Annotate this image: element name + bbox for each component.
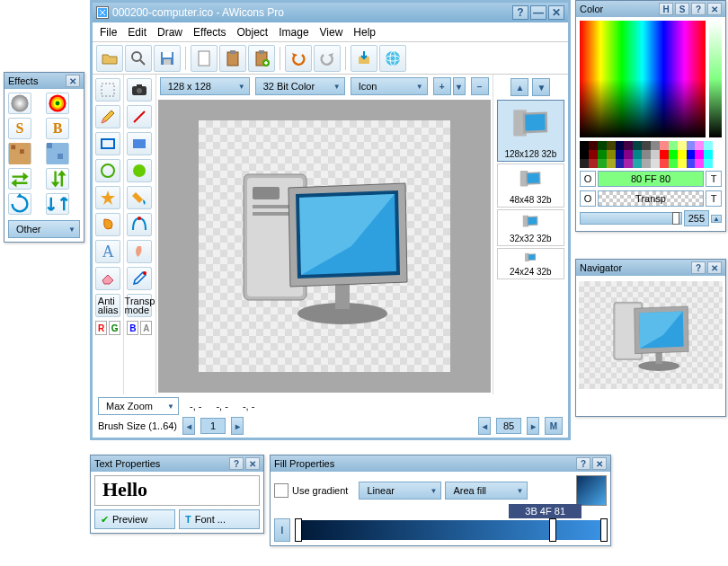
swatch-grid[interactable]: [580, 141, 722, 168]
alpha-value[interactable]: 255: [684, 210, 709, 226]
type-combo[interactable]: Icon: [351, 77, 428, 95]
fill-tool[interactable]: [127, 186, 152, 209]
help-button[interactable]: ?: [512, 5, 528, 20]
color-picker[interactable]: [580, 21, 706, 137]
fg-color[interactable]: 80 FF 80: [598, 171, 704, 187]
close-button[interactable]: ✕: [548, 5, 564, 20]
format-32[interactable]: 32x32 32b: [497, 209, 564, 246]
zoom-button[interactable]: [125, 45, 152, 72]
color-help-button[interactable]: ?: [691, 3, 706, 15]
hscroll-m[interactable]: M: [545, 417, 563, 435]
textprops-help-button[interactable]: ?: [229, 457, 244, 470]
ellipse-fill-tool[interactable]: [127, 159, 152, 182]
size-combo[interactable]: 128 x 128: [160, 77, 250, 95]
textprops-close-button[interactable]: ✕: [245, 457, 260, 470]
effect-swap-h-icon[interactable]: [8, 168, 31, 190]
format-128[interactable]: 128x128 32b: [497, 100, 564, 162]
web-button[interactable]: [379, 45, 406, 72]
menu-help[interactable]: Help: [353, 26, 376, 39]
format-24[interactable]: 24x24 32b: [497, 248, 564, 279]
undo-button[interactable]: [285, 45, 312, 72]
format-down-button[interactable]: ▼: [532, 78, 550, 96]
effect-pattern2-icon[interactable]: [46, 143, 69, 164]
paste-new-button[interactable]: [248, 45, 275, 72]
select-tool[interactable]: [95, 78, 120, 102]
rect-fill-tool[interactable]: [127, 132, 152, 155]
open-button[interactable]: [96, 45, 123, 72]
navigator-help-button[interactable]: ?: [691, 261, 706, 274]
new-doc-button[interactable]: [191, 45, 218, 72]
gradient-type-combo[interactable]: Linear: [359, 482, 441, 500]
save-button[interactable]: [154, 45, 181, 72]
fg-t-button[interactable]: T: [706, 171, 722, 187]
channel-g[interactable]: G: [109, 321, 120, 335]
format-48[interactable]: 48x48 32b: [497, 164, 564, 208]
canvas-viewport[interactable]: [158, 100, 491, 393]
font-button[interactable]: TFont ...: [179, 509, 260, 529]
transpmode-toggle[interactable]: Transp mode: [127, 294, 152, 317]
alpha-up[interactable]: ▴: [711, 215, 722, 223]
alpha-slider[interactable]: [580, 212, 682, 225]
hscroll-value[interactable]: 85: [496, 418, 521, 434]
camera-tool[interactable]: [127, 78, 152, 102]
bg-o-button[interactable]: O: [580, 190, 596, 207]
channel-b[interactable]: B: [127, 321, 138, 335]
add-format-menu[interactable]: ▾: [453, 77, 466, 95]
effect-swap-v-icon[interactable]: [46, 168, 69, 190]
brush-value[interactable]: 1: [200, 418, 226, 434]
channel-r[interactable]: R: [95, 321, 107, 335]
fillprops-help-button[interactable]: ?: [576, 457, 590, 470]
brush-dec[interactable]: ◂: [182, 417, 195, 435]
gradient-i-button[interactable]: I: [274, 518, 290, 542]
use-gradient-checkbox[interactable]: [274, 483, 289, 498]
menu-effects[interactable]: Effects: [193, 26, 226, 39]
color-close-button[interactable]: ✕: [707, 3, 722, 15]
effect-flip-icon[interactable]: [46, 193, 69, 215]
gradient-bar[interactable]: [296, 520, 607, 540]
menu-object[interactable]: Object: [237, 26, 269, 39]
navigator-close-button[interactable]: ✕: [707, 261, 722, 274]
depth-combo[interactable]: 32 Bit Color: [255, 77, 345, 95]
menu-image[interactable]: Image: [279, 26, 308, 39]
navigator-view[interactable]: [579, 281, 723, 389]
smudge-tool[interactable]: [127, 240, 152, 263]
star-tool[interactable]: [95, 186, 120, 209]
color-s-button[interactable]: S: [675, 3, 689, 15]
shape-tool[interactable]: [95, 213, 120, 236]
extract-button[interactable]: [351, 45, 377, 72]
effect-pattern1-icon[interactable]: [8, 143, 31, 164]
format-up-button[interactable]: ▲: [510, 78, 528, 96]
brush-inc[interactable]: ▸: [231, 417, 244, 435]
fill-mode-combo[interactable]: Area fill: [445, 482, 528, 500]
redo-button[interactable]: [314, 45, 341, 72]
canvas[interactable]: [199, 120, 450, 372]
menu-file[interactable]: File: [100, 26, 117, 39]
fillprops-close-button[interactable]: ✕: [592, 457, 607, 470]
curve-tool[interactable]: [127, 213, 152, 236]
bg-color[interactable]: Transp: [598, 190, 704, 207]
color-h-button[interactable]: H: [659, 3, 673, 15]
hscroll-right[interactable]: ▸: [527, 417, 539, 435]
effect-sphere-icon[interactable]: [8, 93, 31, 114]
paste-button[interactable]: [219, 45, 246, 72]
effects-close-button[interactable]: ✕: [66, 75, 80, 87]
minimize-button[interactable]: —: [530, 5, 546, 20]
fg-o-button[interactable]: O: [580, 171, 596, 187]
effect-rotate-icon[interactable]: [8, 193, 31, 215]
add-format-button[interactable]: +: [433, 77, 451, 95]
preview-button[interactable]: ✔Preview: [94, 509, 175, 529]
effect-rainbow-icon[interactable]: [46, 93, 69, 114]
text-tool[interactable]: A: [95, 240, 120, 263]
bg-t-button[interactable]: T: [706, 190, 722, 207]
effect-b-icon[interactable]: B: [46, 118, 69, 139]
menu-edit[interactable]: Edit: [128, 26, 146, 39]
ellipse-tool[interactable]: [95, 159, 120, 182]
effect-s-icon[interactable]: S: [8, 118, 31, 139]
picker-tool[interactable]: [127, 267, 152, 290]
effects-other-combo[interactable]: Other: [8, 220, 80, 238]
zoom-combo[interactable]: Max Zoom: [98, 397, 179, 415]
menu-view[interactable]: View: [320, 26, 343, 39]
menu-draw[interactable]: Draw: [157, 26, 182, 39]
pencil-tool[interactable]: [95, 105, 120, 128]
remove-format-button[interactable]: −: [471, 77, 489, 95]
